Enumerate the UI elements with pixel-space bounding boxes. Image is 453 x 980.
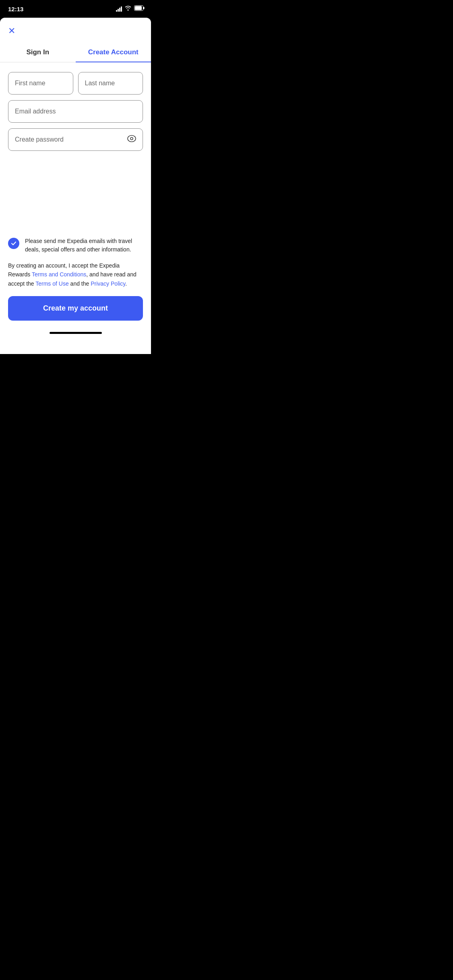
privacy-policy-link[interactable]: Privacy Policy	[91, 280, 125, 287]
svg-rect-1	[135, 6, 142, 10]
status-icons	[116, 5, 145, 12]
bottom-section: Please send me Expedia emails with trave…	[0, 237, 151, 329]
close-button-container: ✕	[0, 18, 151, 40]
email-opt-in-text: Please send me Expedia emails with trave…	[25, 237, 143, 254]
tab-create-account[interactable]: Create Account	[76, 43, 151, 62]
svg-point-4	[130, 138, 133, 140]
password-input[interactable]	[8, 128, 143, 151]
create-account-button[interactable]: Create my account	[8, 296, 143, 321]
tab-signin[interactable]: Sign In	[0, 43, 76, 62]
terms-use-link[interactable]: Terms of Use	[35, 280, 68, 287]
email-opt-in-checkbox[interactable]	[8, 238, 19, 249]
status-bar: 12:13	[0, 0, 151, 18]
first-name-input[interactable]	[8, 72, 73, 95]
screen: ✕ Sign In Create Account	[0, 18, 151, 354]
name-row	[8, 72, 143, 95]
wifi-icon	[124, 5, 132, 12]
legal-text: By creating an account, I accept the Exp…	[8, 261, 143, 288]
home-bar	[50, 332, 102, 334]
last-name-input[interactable]	[78, 72, 143, 95]
home-indicator	[0, 329, 151, 338]
terms-conditions-link[interactable]: Terms and Conditions	[32, 271, 86, 278]
status-time: 12:13	[8, 6, 23, 12]
toggle-password-icon[interactable]	[127, 135, 137, 144]
svg-point-3	[128, 136, 136, 142]
svg-rect-2	[143, 7, 145, 9]
modal: ✕ Sign In Create Account	[0, 18, 151, 354]
close-icon[interactable]: ✕	[8, 26, 15, 36]
form-container	[0, 62, 151, 151]
spacer	[0, 156, 151, 237]
signal-icon	[116, 6, 122, 12]
password-wrapper	[8, 128, 143, 151]
email-input[interactable]	[8, 100, 143, 123]
email-opt-in-row: Please send me Expedia emails with trave…	[8, 237, 143, 254]
battery-icon	[134, 5, 145, 12]
tabs: Sign In Create Account	[0, 43, 151, 62]
